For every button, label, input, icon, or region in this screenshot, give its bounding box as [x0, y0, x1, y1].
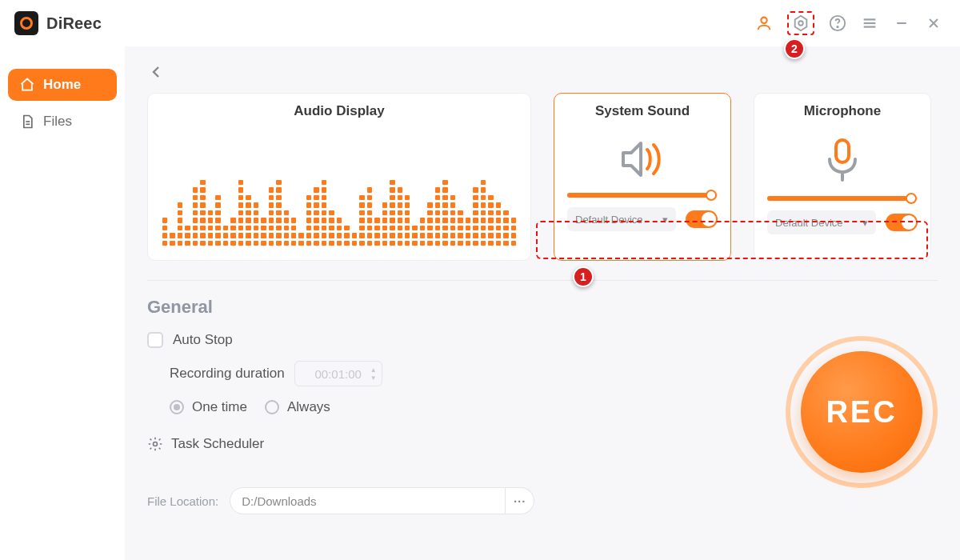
- audio-display-title: Audio Display: [294, 103, 384, 119]
- chevron-down-icon: ▾: [662, 214, 668, 226]
- duration-label: Recording duration: [170, 366, 285, 382]
- settings-icon[interactable]: [792, 14, 810, 32]
- svg-rect-13: [836, 140, 849, 162]
- record-button[interactable]: REC: [801, 351, 922, 473]
- radio-one-time-label: One time: [192, 399, 247, 415]
- callout-badge-2: 2: [784, 38, 805, 59]
- system-sound-title: System Sound: [595, 103, 690, 119]
- system-sound-device-select[interactable]: Default Device ▾: [567, 207, 676, 231]
- svg-point-15: [154, 442, 158, 446]
- minimize-icon[interactable]: [893, 14, 910, 32]
- speaker-icon: [618, 138, 666, 180]
- nav-home-label: Home: [43, 77, 81, 93]
- svg-point-2: [798, 21, 803, 26]
- microphone-device-label: Default Device: [775, 217, 843, 229]
- card-audio-display: Audio Display: [147, 93, 531, 261]
- radio-always[interactable]: [265, 400, 279, 414]
- titlebar: DiReec: [0, 0, 960, 46]
- svg-point-4: [837, 26, 838, 27]
- svg-marker-1: [795, 16, 807, 30]
- window-controls: [755, 11, 942, 35]
- microphone-icon: [823, 138, 862, 183]
- nav-files-label: Files: [43, 114, 72, 130]
- card-system-sound[interactable]: System Sound Default Device ▾: [554, 93, 731, 261]
- app-name: DiReec: [46, 14, 102, 33]
- microphone-device-select[interactable]: Default Device ▾: [767, 210, 876, 234]
- nav-home[interactable]: Home: [8, 69, 117, 101]
- system-sound-toggle[interactable]: [686, 210, 718, 228]
- nav-files[interactable]: Files: [8, 106, 117, 138]
- duration-value: 00:01:00: [314, 367, 361, 381]
- duration-input[interactable]: 00:01:00 ▲▼: [294, 361, 382, 386]
- chevron-down-icon: ▾: [862, 217, 868, 229]
- svg-point-0: [761, 18, 766, 23]
- system-sound-device-label: Default Device: [575, 214, 643, 226]
- auto-stop-checkbox[interactable]: [147, 332, 163, 348]
- user-icon[interactable]: [755, 14, 773, 32]
- gear-icon: [147, 436, 163, 452]
- file-location-label: File Location:: [147, 494, 218, 508]
- callout-badge-1: 1: [573, 266, 594, 287]
- audio-equaliser: [161, 124, 518, 246]
- microphone-slider[interactable]: [767, 196, 918, 201]
- settings-highlight: [787, 11, 814, 35]
- main-panel: Audio Display System Sound: [125, 46, 960, 560]
- close-icon[interactable]: [925, 14, 942, 32]
- microphone-toggle[interactable]: [886, 214, 918, 231]
- stepper-icon[interactable]: ▲▼: [370, 366, 377, 382]
- help-icon[interactable]: [829, 14, 846, 32]
- file-location-value: D:/Downloads: [242, 494, 316, 508]
- microphone-title: Microphone: [804, 103, 881, 119]
- section-general-title: General: [147, 297, 938, 318]
- system-sound-slider[interactable]: [567, 193, 718, 198]
- auto-stop-label: Auto Stop: [173, 332, 233, 348]
- menu-icon[interactable]: [861, 14, 878, 32]
- radio-one-time[interactable]: [170, 400, 184, 414]
- sidebar: Home Files: [0, 46, 125, 560]
- record-button-label: REC: [826, 395, 897, 430]
- record-button-ring: REC: [786, 336, 938, 488]
- radio-always-label: Always: [287, 399, 330, 415]
- home-icon: [19, 77, 35, 93]
- card-microphone[interactable]: Microphone Default Device ▾: [754, 93, 931, 261]
- task-scheduler-label[interactable]: Task Scheduler: [171, 436, 264, 452]
- file-location-more-button[interactable]: ···: [506, 487, 534, 514]
- divider: [147, 280, 938, 281]
- app-logo: [14, 11, 38, 35]
- files-icon: [19, 114, 35, 130]
- back-button[interactable]: [147, 62, 170, 85]
- file-location-input[interactable]: D:/Downloads: [230, 487, 506, 514]
